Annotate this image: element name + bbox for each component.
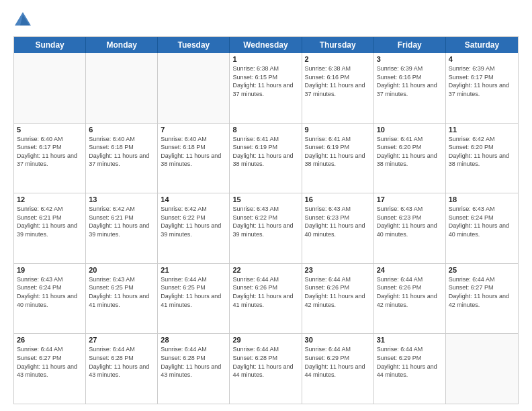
weekday-header-sunday: Sunday [14,37,86,53]
day-cell-4: 4Sunrise: 6:39 AM Sunset: 6:17 PM Daylig… [446,53,518,123]
day-cell-14: 14Sunrise: 6:42 AM Sunset: 6:22 PM Dayli… [158,193,230,263]
day-cell-30: 30Sunrise: 6:44 AM Sunset: 6:29 PM Dayli… [302,334,374,404]
day-info: Sunrise: 6:43 AM Sunset: 6:23 PM Dayligh… [377,205,443,238]
weekday-header-wednesday: Wednesday [230,37,302,53]
day-info: Sunrise: 6:42 AM Sunset: 6:21 PM Dayligh… [89,205,154,238]
day-info: Sunrise: 6:39 AM Sunset: 6:17 PM Dayligh… [449,64,515,98]
day-info: Sunrise: 6:43 AM Sunset: 6:23 PM Dayligh… [305,205,371,238]
day-number: 16 [305,195,371,203]
day-info: Sunrise: 6:44 AM Sunset: 6:28 PM Dayligh… [89,345,154,379]
weekday-header-friday: Friday [374,37,446,53]
day-number: 24 [377,266,443,274]
calendar-header: SundayMondayTuesdayWednesdayThursdayFrid… [14,37,518,53]
day-cell-19: 19Sunrise: 6:43 AM Sunset: 6:24 PM Dayli… [14,264,86,334]
calendar-row-3: 19Sunrise: 6:43 AM Sunset: 6:24 PM Dayli… [14,263,518,334]
logo-icon [13,11,32,30]
day-info: Sunrise: 6:44 AM Sunset: 6:29 PM Dayligh… [377,345,443,379]
day-cell-5: 5Sunrise: 6:40 AM Sunset: 6:17 PM Daylig… [14,124,86,193]
day-cell-13: 13Sunrise: 6:42 AM Sunset: 6:21 PM Dayli… [86,193,158,263]
day-number: 13 [89,195,154,203]
day-number: 7 [161,126,226,134]
day-cell-16: 16Sunrise: 6:43 AM Sunset: 6:23 PM Dayli… [302,193,374,263]
day-info: Sunrise: 6:42 AM Sunset: 6:21 PM Dayligh… [17,205,83,238]
day-number: 14 [161,195,226,203]
day-cell-27: 27Sunrise: 6:44 AM Sunset: 6:28 PM Dayli… [86,334,158,404]
day-number: 3 [377,55,443,63]
empty-cell-0-2 [158,53,230,123]
day-info: Sunrise: 6:44 AM Sunset: 6:25 PM Dayligh… [161,275,226,309]
day-cell-2: 2Sunrise: 6:38 AM Sunset: 6:16 PM Daylig… [302,53,374,123]
day-number: 12 [17,195,83,203]
day-number: 23 [305,266,371,274]
day-number: 4 [449,55,515,63]
day-cell-25: 25Sunrise: 6:44 AM Sunset: 6:27 PM Dayli… [446,264,518,334]
day-cell-29: 29Sunrise: 6:44 AM Sunset: 6:28 PM Dayli… [230,334,302,404]
weekday-header-monday: Monday [86,37,158,53]
day-cell-11: 11Sunrise: 6:42 AM Sunset: 6:20 PM Dayli… [446,124,518,193]
day-number: 9 [305,126,371,134]
day-number: 17 [377,195,443,203]
day-info: Sunrise: 6:43 AM Sunset: 6:24 PM Dayligh… [449,205,515,238]
day-cell-21: 21Sunrise: 6:44 AM Sunset: 6:25 PM Dayli… [158,264,230,334]
logo [13,11,35,30]
day-cell-18: 18Sunrise: 6:43 AM Sunset: 6:24 PM Dayli… [446,193,518,263]
day-info: Sunrise: 6:44 AM Sunset: 6:26 PM Dayligh… [305,275,371,309]
day-cell-12: 12Sunrise: 6:42 AM Sunset: 6:21 PM Dayli… [14,193,86,263]
day-info: Sunrise: 6:42 AM Sunset: 6:20 PM Dayligh… [449,135,515,169]
page: SundayMondayTuesdayWednesdayThursdayFrid… [0,0,532,411]
day-number: 15 [232,195,298,203]
calendar-row-0: 1Sunrise: 6:38 AM Sunset: 6:15 PM Daylig… [14,53,518,123]
calendar-row-1: 5Sunrise: 6:40 AM Sunset: 6:17 PM Daylig… [14,123,518,193]
day-number: 2 [305,55,371,63]
day-info: Sunrise: 6:44 AM Sunset: 6:27 PM Dayligh… [17,345,83,379]
day-number: 18 [449,195,515,203]
empty-cell-0-0 [14,53,86,123]
day-cell-6: 6Sunrise: 6:40 AM Sunset: 6:18 PM Daylig… [86,124,158,193]
day-info: Sunrise: 6:40 AM Sunset: 6:18 PM Dayligh… [161,135,226,169]
day-number: 19 [17,266,83,274]
day-info: Sunrise: 6:41 AM Sunset: 6:19 PM Dayligh… [232,135,298,169]
day-cell-8: 8Sunrise: 6:41 AM Sunset: 6:19 PM Daylig… [230,124,302,193]
day-cell-23: 23Sunrise: 6:44 AM Sunset: 6:26 PM Dayli… [302,264,374,334]
day-cell-3: 3Sunrise: 6:39 AM Sunset: 6:16 PM Daylig… [374,53,446,123]
day-info: Sunrise: 6:44 AM Sunset: 6:28 PM Dayligh… [161,345,226,379]
day-info: Sunrise: 6:44 AM Sunset: 6:29 PM Dayligh… [305,345,371,379]
day-cell-1: 1Sunrise: 6:38 AM Sunset: 6:15 PM Daylig… [230,53,302,123]
day-info: Sunrise: 6:44 AM Sunset: 6:26 PM Dayligh… [377,275,443,309]
day-number: 8 [232,126,298,134]
day-cell-7: 7Sunrise: 6:40 AM Sunset: 6:18 PM Daylig… [158,124,230,193]
calendar: SundayMondayTuesdayWednesdayThursdayFrid… [13,36,519,404]
day-number: 21 [161,266,226,274]
calendar-row-2: 12Sunrise: 6:42 AM Sunset: 6:21 PM Dayli… [14,193,518,263]
day-cell-28: 28Sunrise: 6:44 AM Sunset: 6:28 PM Dayli… [158,334,230,404]
day-info: Sunrise: 6:40 AM Sunset: 6:18 PM Dayligh… [89,135,154,169]
day-number: 11 [449,126,515,134]
day-info: Sunrise: 6:42 AM Sunset: 6:22 PM Dayligh… [161,205,226,238]
day-info: Sunrise: 6:43 AM Sunset: 6:22 PM Dayligh… [232,205,298,238]
day-number: 22 [232,266,298,274]
day-cell-15: 15Sunrise: 6:43 AM Sunset: 6:22 PM Dayli… [230,193,302,263]
empty-cell-0-1 [86,53,158,123]
day-cell-17: 17Sunrise: 6:43 AM Sunset: 6:23 PM Dayli… [374,193,446,263]
day-info: Sunrise: 6:39 AM Sunset: 6:16 PM Dayligh… [377,64,443,98]
day-number: 6 [89,126,154,134]
weekday-header-saturday: Saturday [446,37,518,53]
day-info: Sunrise: 6:41 AM Sunset: 6:20 PM Dayligh… [377,135,443,169]
day-info: Sunrise: 6:43 AM Sunset: 6:24 PM Dayligh… [17,275,83,309]
calendar-body: 1Sunrise: 6:38 AM Sunset: 6:15 PM Daylig… [14,53,518,404]
day-number: 1 [232,55,298,63]
day-info: Sunrise: 6:44 AM Sunset: 6:26 PM Dayligh… [232,275,298,309]
day-info: Sunrise: 6:43 AM Sunset: 6:25 PM Dayligh… [89,275,154,309]
day-cell-31: 31Sunrise: 6:44 AM Sunset: 6:29 PM Dayli… [374,334,446,404]
day-number: 29 [232,336,298,344]
day-info: Sunrise: 6:38 AM Sunset: 6:15 PM Dayligh… [232,64,298,98]
weekday-header-tuesday: Tuesday [158,37,230,53]
calendar-row-4: 26Sunrise: 6:44 AM Sunset: 6:27 PM Dayli… [14,333,518,404]
day-number: 25 [449,266,515,274]
day-number: 27 [89,336,154,344]
weekday-header-thursday: Thursday [302,37,374,53]
day-number: 31 [377,336,443,344]
day-cell-22: 22Sunrise: 6:44 AM Sunset: 6:26 PM Dayli… [230,264,302,334]
day-info: Sunrise: 6:41 AM Sunset: 6:19 PM Dayligh… [305,135,371,169]
day-cell-10: 10Sunrise: 6:41 AM Sunset: 6:20 PM Dayli… [374,124,446,193]
